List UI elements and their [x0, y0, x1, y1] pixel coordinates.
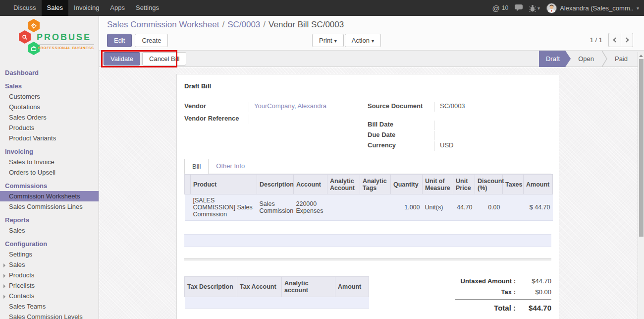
- sidebar-item-sales-commission-levels[interactable]: Sales Commission Levels: [0, 312, 99, 319]
- top-menu-discuss[interactable]: Discuss: [8, 0, 42, 16]
- fields-right-column: Source Document SC/0003 Bill Date Due Da…: [358, 102, 551, 154]
- notebook-tabs: Bill Other Info: [184, 159, 551, 174]
- invoice-line-row[interactable]: [SALES COMMISSION] Sales Commission Sale…: [185, 194, 553, 221]
- column-tax-account[interactable]: Tax Account: [237, 277, 282, 297]
- cancel-bill-button[interactable]: Cancel Bill: [142, 52, 186, 65]
- top-menu-invoicing[interactable]: Invoicing: [68, 0, 105, 16]
- mention-counter[interactable]: @ 10: [492, 4, 509, 12]
- sidebar-item-customers[interactable]: Customers: [0, 91, 99, 102]
- invoice-lines-table: Product Description Account Analytic Acc…: [184, 174, 553, 221]
- column-analytic-account[interactable]: Analytic Account: [327, 175, 360, 194]
- vendor-value-link[interactable]: YourCompany, Alexandra: [249, 102, 358, 112]
- top-menu-settings[interactable]: Settings: [130, 0, 164, 16]
- sidebar-item-orders-to-upsell[interactable]: Orders to Upsell: [0, 167, 99, 178]
- source-document-label: Source Document: [368, 102, 434, 112]
- column-unit-of-measure[interactable]: Unit of Measure: [423, 175, 453, 194]
- column-tax-description[interactable]: Tax Description: [185, 277, 237, 297]
- debug-menu[interactable]: ▾: [529, 4, 540, 12]
- tab-other-info[interactable]: Other Info: [209, 159, 252, 174]
- column-discount[interactable]: Discount (%): [475, 175, 503, 194]
- sidebar-item-settings[interactable]: Settings: [0, 249, 99, 259]
- column-account[interactable]: Account: [294, 175, 327, 194]
- caret-down-icon: ▾: [637, 5, 639, 11]
- sidebar-item-sales-commissions-lines[interactable]: Sales Commissions Lines: [0, 201, 99, 212]
- top-menu-sales[interactable]: Sales: [42, 0, 69, 16]
- edit-button[interactable]: Edit: [107, 34, 132, 47]
- status-step-paid[interactable]: Paid: [607, 51, 635, 67]
- column-taxes[interactable]: Taxes: [503, 175, 524, 194]
- expand-arrow-icon: [3, 295, 5, 299]
- column-unit-price[interactable]: Unit Price: [453, 175, 475, 194]
- expand-arrow-icon: [3, 274, 5, 278]
- breadcrumb-current: Vendor Bill SC/0003: [268, 20, 344, 29]
- sidebar-section-configuration[interactable]: Configuration: [0, 239, 99, 249]
- column-tax-analytic-account[interactable]: Analytic account: [282, 277, 335, 297]
- status-widget: Draft Open Paid: [539, 51, 635, 67]
- pager-counter: 1 / 1: [590, 36, 602, 44]
- sidebar-item-dashboard[interactable]: Dashboard: [0, 67, 99, 78]
- status-step-draft: Draft: [539, 51, 571, 67]
- status-step-open[interactable]: Open: [571, 51, 601, 67]
- column-product[interactable]: Product: [191, 175, 257, 194]
- breadcrumb-worksheets-link[interactable]: Sales Commission Worksheet: [107, 20, 219, 29]
- avatar: [546, 3, 557, 13]
- messages-icon[interactable]: [515, 4, 523, 11]
- due-date-label: Due Date: [368, 131, 434, 140]
- tax-label: Tax :: [501, 288, 516, 296]
- tax-lines-section: Tax Description Tax Account Analytic acc…: [184, 276, 369, 316]
- sidebar-section-commissions[interactable]: Commissions: [0, 181, 99, 191]
- logo-title: PROBUSE: [37, 32, 91, 43]
- sidebar-item-quotations[interactable]: Quotations: [0, 102, 99, 112]
- column-quantity[interactable]: Quantity: [391, 175, 423, 194]
- scrollbar-thumb[interactable]: [639, 59, 644, 237]
- pager-previous-button[interactable]: [608, 33, 621, 47]
- sidebar-section-invoicing[interactable]: Invoicing: [0, 146, 99, 157]
- tax-empty-row[interactable]: [185, 297, 369, 309]
- tab-bill[interactable]: Bill: [184, 159, 209, 174]
- print-dropdown-button[interactable]: Print▾: [312, 34, 344, 47]
- sidebar-item-products[interactable]: Products: [0, 123, 99, 133]
- column-analytic-tags[interactable]: Analytic Tags: [360, 175, 391, 194]
- systray: @ 10 ▾ Alexandra (Sales_comm.. ▾: [492, 3, 640, 13]
- column-tax-amount[interactable]: Amount: [335, 277, 369, 297]
- user-menu[interactable]: Alexandra (Sales_comm.. ▾: [546, 3, 639, 13]
- expand-arrow-icon: [3, 263, 5, 267]
- sidebar-item-config-sales[interactable]: Sales: [0, 259, 99, 270]
- logo-gear-hexagon: [28, 19, 40, 32]
- document-state-title: Draft Bill: [184, 82, 551, 90]
- pager-next-button[interactable]: [621, 33, 633, 47]
- create-button[interactable]: Create: [135, 34, 168, 47]
- user-name: Alexandra (Sales_comm..: [560, 4, 634, 12]
- column-description[interactable]: Description: [257, 175, 294, 194]
- vendor-reference-label: Vendor Reference: [184, 115, 249, 124]
- at-icon: @: [492, 4, 500, 12]
- sidebar-section-reports[interactable]: Reports: [0, 215, 99, 225]
- chevron-left-icon: [613, 38, 618, 43]
- sidebar-item-sales-to-invoice[interactable]: Sales to Invoice: [0, 157, 99, 167]
- top-menu-apps[interactable]: Apps: [105, 0, 130, 16]
- sidebar-item-reports-sales[interactable]: Sales: [0, 225, 99, 236]
- sidebar-item-config-products[interactable]: Products: [0, 270, 99, 280]
- sidebar-section-sales[interactable]: Sales: [0, 81, 99, 91]
- main-area: Sales Commission Worksheet/SC/0003/Vendo…: [99, 16, 644, 319]
- sidebar-item-product-variants[interactable]: Product Variants: [0, 133, 99, 143]
- validate-button[interactable]: Validate: [104, 52, 140, 65]
- tax-lines-table: Tax Description Tax Account Analytic acc…: [184, 276, 369, 309]
- chevron-right-icon: [624, 38, 629, 43]
- sidebar-item-sales-teams[interactable]: Sales Teams: [0, 301, 99, 312]
- action-dropdown-button[interactable]: Action▾: [345, 34, 381, 47]
- debug-icon: [529, 4, 536, 12]
- sidebar-item-config-contacts[interactable]: Contacts: [0, 291, 99, 301]
- sidebar-item-config-pricelists[interactable]: Pricelists: [0, 280, 99, 291]
- currency-value: USD: [434, 141, 551, 151]
- sidebar-item-commission-worksheets[interactable]: Commission Worksheets: [0, 191, 99, 201]
- breadcrumb-sc0003-link[interactable]: SC/0003: [227, 20, 260, 29]
- scrollbar[interactable]: [638, 52, 644, 319]
- untaxed-amount-label: Untaxed Amount :: [461, 277, 516, 285]
- cell-unit-price: 44.70: [453, 194, 475, 221]
- sidebar-item-sales-orders[interactable]: Sales Orders: [0, 112, 99, 123]
- column-amount[interactable]: Amount: [524, 175, 553, 194]
- empty-line-placeholder[interactable]: [184, 234, 551, 247]
- scroll-up-arrow-icon[interactable]: [639, 55, 643, 57]
- bill-date-label: Bill Date: [368, 121, 434, 130]
